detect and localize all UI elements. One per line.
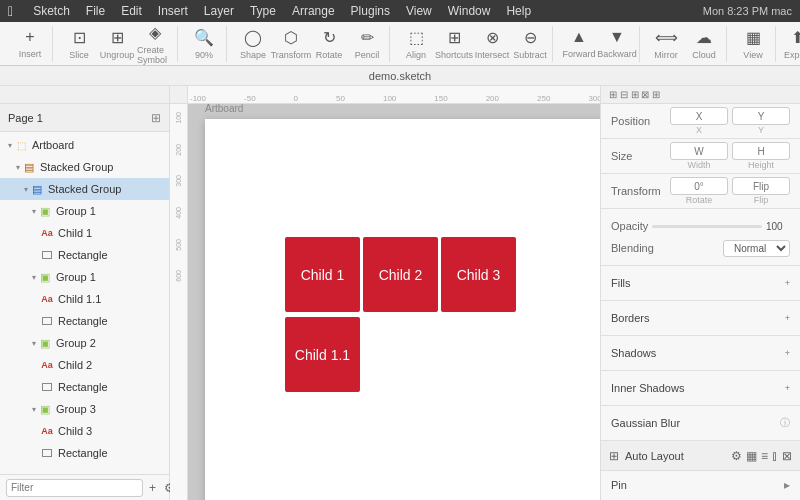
rotate-input[interactable]	[670, 177, 728, 195]
menu-arrange[interactable]: Arrange	[292, 4, 335, 18]
layer-group2[interactable]: ▾ ▣ Group 2	[0, 332, 169, 354]
align-button[interactable]: ⬚ Align	[398, 26, 434, 62]
shortcuts-button[interactable]: ⊞ Shortcuts	[436, 26, 472, 62]
blending-select[interactable]: Normal	[723, 240, 790, 257]
layer-child11[interactable]: Aa Child 1.1	[0, 288, 169, 310]
page-title: Page 1	[8, 112, 43, 124]
mirror-button[interactable]: ⟺ Mirror	[648, 26, 684, 62]
layer-artboard[interactable]: ▾ ⬚ Artboard	[0, 134, 169, 156]
transform-button[interactable]: ⬡ Transform	[273, 26, 309, 62]
layer-group1a[interactable]: ▾ ▣ Group 1	[0, 200, 169, 222]
menu-file[interactable]: File	[86, 4, 105, 18]
forward-button[interactable]: ▲ Forward	[561, 26, 597, 62]
artboard[interactable]: Artboard Child 1 Child 2 Child 3 Child 1…	[205, 119, 600, 500]
fills-label: Fills	[611, 277, 631, 289]
intersect-button[interactable]: ⊗ Intersect	[474, 26, 510, 62]
blending-label: Blending	[611, 242, 654, 254]
layer-stacked-group[interactable]: ▾ ▤ Stacked Group	[0, 178, 169, 200]
width-input[interactable]	[670, 142, 728, 160]
chevron-icon[interactable]: ▾	[32, 207, 36, 216]
chevron-icon[interactable]: ▾	[16, 163, 20, 172]
ruler-corner-2	[170, 86, 188, 103]
menu-window[interactable]: Window	[448, 4, 491, 18]
menu-insert[interactable]: Insert	[158, 4, 188, 18]
menu-plugins[interactable]: Plugins	[351, 4, 390, 18]
subtract-button[interactable]: ⊖ Subtract	[512, 26, 548, 62]
filter-input[interactable]	[6, 479, 143, 497]
layer-rect1b[interactable]: Rectangle	[0, 310, 169, 332]
chevron-icon[interactable]: ▾	[32, 273, 36, 282]
tool-group-distribute: ▲ Forward ▼ Backward	[557, 26, 640, 62]
zoom-button[interactable]: 🔍 90%	[186, 26, 222, 62]
backward-button[interactable]: ▼ Backward	[599, 26, 635, 62]
text-icon: Aa	[40, 424, 54, 438]
menu-sketch[interactable]: Sketch	[33, 4, 70, 18]
chevron-icon[interactable]: ▾	[32, 339, 36, 348]
page-options-icon[interactable]: ⊞	[151, 111, 161, 125]
opacity-slider[interactable]	[652, 225, 762, 228]
menu-view[interactable]: View	[406, 4, 432, 18]
pin-chevron-icon[interactable]: ▸	[784, 478, 790, 492]
transform-section: Transform Rotate Flip	[601, 174, 800, 209]
width-label: Width	[670, 160, 728, 170]
layer-stacked-group-parent[interactable]: ▾ ▤ Stacked Group	[0, 156, 169, 178]
add-layer-button[interactable]: +	[147, 479, 158, 497]
y-input[interactable]	[732, 107, 790, 125]
child-1-box[interactable]: Child 1	[285, 237, 360, 312]
layer-group3[interactable]: ▾ ▣ Group 3	[0, 398, 169, 420]
inner-shadows-label: Inner Shadows	[611, 382, 684, 394]
group-icon: ▣	[38, 204, 52, 218]
al-expand-icon[interactable]: ⊠	[782, 449, 792, 463]
export-button[interactable]: ⬆ Export	[784, 26, 800, 62]
canvas-area[interactable]: 100 200 300 400 500 600 Artboard Child 1…	[170, 104, 600, 500]
child-11-box[interactable]: Child 1.1	[285, 317, 360, 392]
child-2-box[interactable]: Child 2	[363, 237, 438, 312]
add-border-button[interactable]: +	[785, 313, 790, 323]
rotate-button[interactable]: ↻ Rotate	[311, 26, 347, 62]
slice-button[interactable]: ⊡ Slice	[61, 26, 97, 62]
child-3-label: Child 3	[457, 267, 501, 283]
al-cols-icon[interactable]: ⫿	[772, 449, 778, 463]
view-button[interactable]: ▦ View	[735, 26, 771, 62]
pencil-button[interactable]: ✏ Pencil	[349, 26, 385, 62]
menu-type[interactable]: Type	[250, 4, 276, 18]
menu-edit[interactable]: Edit	[121, 4, 142, 18]
transform-inputs: Rotate Flip	[670, 177, 790, 205]
layer-rect3[interactable]: Rectangle	[0, 442, 169, 464]
chevron-icon[interactable]: ▾	[8, 141, 12, 150]
chevron-icon[interactable]: ▾	[24, 185, 28, 194]
al-grid-icon[interactable]: ▦	[746, 449, 757, 463]
menu-help[interactable]: Help	[506, 4, 531, 18]
cloud-button[interactable]: ☁ Cloud	[686, 26, 722, 62]
gaussian-blur-info-icon[interactable]: ⓘ	[780, 416, 790, 430]
opacity-section: Opacity 100 Blending Normal	[601, 209, 800, 266]
x-input[interactable]	[670, 107, 728, 125]
insert-button[interactable]: + Insert	[12, 26, 48, 62]
flip-input[interactable]	[732, 177, 790, 195]
create-symbol-button[interactable]: ◈ Create Symbol	[137, 26, 173, 62]
artboard-label: Artboard	[205, 104, 243, 114]
auto-layout-label: Auto Layout	[625, 450, 684, 462]
al-settings-icon[interactable]: ⚙	[731, 449, 742, 463]
layer-group1b[interactable]: ▾ ▣ Group 1	[0, 266, 169, 288]
add-shadow-button[interactable]: +	[785, 348, 790, 358]
group-icon: ▣	[38, 402, 52, 416]
rect-icon	[40, 248, 54, 262]
layer-child2[interactable]: Aa Child 2	[0, 354, 169, 376]
pencil-icon: ✏	[361, 28, 374, 47]
add-inner-shadow-button[interactable]: +	[785, 383, 790, 393]
layer-child3[interactable]: Aa Child 3	[0, 420, 169, 442]
add-fill-button[interactable]: +	[785, 278, 790, 288]
layer-rect1a[interactable]: Rectangle	[0, 244, 169, 266]
shadows-section: Shadows +	[601, 336, 800, 371]
chevron-icon[interactable]: ▾	[32, 405, 36, 414]
ungroup-button[interactable]: ⊞ Ungroup	[99, 26, 135, 62]
shape-button[interactable]: ◯ Shape	[235, 26, 271, 62]
al-rows-icon[interactable]: ≡	[761, 449, 768, 463]
child-3-box[interactable]: Child 3	[441, 237, 516, 312]
menu-layer[interactable]: Layer	[204, 4, 234, 18]
layer-child1a[interactable]: Aa Child 1	[0, 222, 169, 244]
layer-rect2[interactable]: Rectangle	[0, 376, 169, 398]
left-panel: Page 1 ⊞ ▾ ⬚ Artboard ▾ ▤ Stacked Group …	[0, 104, 170, 500]
height-input[interactable]	[732, 142, 790, 160]
